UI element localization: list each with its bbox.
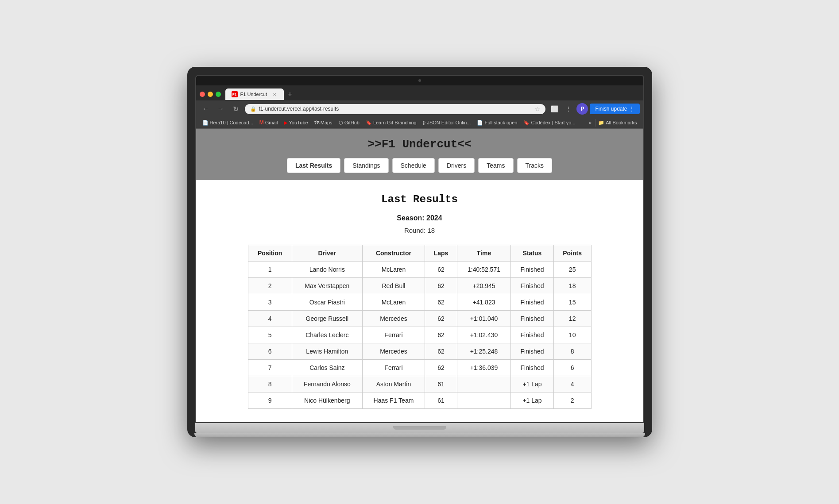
cell-laps: 62 <box>425 294 457 311</box>
nav-tab-schedule[interactable]: Schedule <box>392 158 435 173</box>
cell-position: 3 <box>248 294 292 311</box>
cell-points: 4 <box>553 376 591 392</box>
new-tab-button[interactable]: + <box>284 88 296 100</box>
cell-position: 7 <box>248 360 292 376</box>
website-content: >>F1 Undercut<< Last Results Standings S… <box>196 129 643 422</box>
nav-tab-drivers[interactable]: Drivers <box>438 158 475 173</box>
cell-status: Finished <box>511 360 554 376</box>
col-header-time: Time <box>457 245 510 262</box>
tab-title: F1 Undercut <box>240 92 267 97</box>
bookmark-jsoneditor[interactable]: {} JSON Editor Onlin... <box>420 119 474 126</box>
cell-laps: 62 <box>425 327 457 343</box>
cell-position: 1 <box>248 262 292 278</box>
cell-constructor: Red Bull <box>362 278 425 294</box>
site-title: >>F1 Undercut<< <box>196 138 643 151</box>
cell-position: 9 <box>248 392 292 409</box>
nav-tab-tracks[interactable]: Tracks <box>517 158 552 173</box>
nav-tab-teams[interactable]: Teams <box>478 158 513 173</box>
laptop-base <box>195 423 644 433</box>
cell-laps: 62 <box>425 311 457 327</box>
bookmark-fullstack-label: Full stack open <box>484 120 517 125</box>
cell-driver: George Russell <box>292 311 362 327</box>
cell-points: 12 <box>553 311 591 327</box>
youtube-icon: ▶ <box>284 120 287 126</box>
table-row: 5Charles LeclercFerrari62+1:02.430Finish… <box>248 327 591 343</box>
cell-time: +41.823 <box>457 294 510 311</box>
col-header-points: Points <box>553 245 591 262</box>
bookmark-gmail[interactable]: M Gmail <box>257 119 281 127</box>
bookmarks-more-button[interactable]: » <box>586 119 594 126</box>
extensions-button[interactable]: ⬜ <box>548 103 561 115</box>
cell-constructor: Mercedes <box>362 311 425 327</box>
maximize-window-button[interactable] <box>216 92 221 97</box>
learngit-icon: 🔖 <box>366 120 372 126</box>
folder-icon: 📁 <box>598 120 604 126</box>
reload-button[interactable]: ↻ <box>230 103 242 115</box>
table-row: 3Oscar PiastriMcLaren62+41.823Finished15 <box>248 294 591 311</box>
cell-time <box>457 392 510 409</box>
camera-bar <box>196 76 643 85</box>
back-button[interactable]: ← <box>200 103 212 115</box>
laptop-bottom <box>194 433 645 437</box>
cell-constructor: Mercedes <box>362 343 425 360</box>
close-window-button[interactable] <box>200 92 205 97</box>
cell-driver: Nico Hülkenberg <box>292 392 362 409</box>
bookmark-youtube[interactable]: ▶ YouTube <box>281 119 310 127</box>
tab-close-button[interactable]: ✕ <box>271 91 278 97</box>
laptop-notch <box>393 426 446 430</box>
col-header-driver: Driver <box>292 245 362 262</box>
cell-status: +1 Lap <box>511 392 554 409</box>
browser-chrome: F1 F1 Undercut ✕ + ← → ↻ 🔒 f1-undercut.v… <box>196 85 643 129</box>
cell-laps: 61 <box>425 376 457 392</box>
bookmark-learngit[interactable]: 🔖 Learn Git Branching <box>363 119 419 127</box>
cell-laps: 62 <box>425 343 457 360</box>
bookmark-maps[interactable]: 🗺 Maps <box>312 119 335 126</box>
cell-status: Finished <box>511 262 554 278</box>
nav-tab-last-results[interactable]: Last Results <box>287 158 340 173</box>
profile-button[interactable]: P <box>576 103 588 115</box>
bookmark-hera10[interactable]: 📄 Hera10 | Codecad... <box>200 119 256 127</box>
bookmark-fullstack[interactable]: 📄 Full stack open <box>474 119 520 127</box>
minimize-window-button[interactable] <box>208 92 213 97</box>
hera10-icon: 📄 <box>202 120 209 126</box>
url-text: f1-undercut.vercel.app/last-results <box>259 106 533 112</box>
all-bookmarks-button[interactable]: 📁 All Bookmarks <box>595 119 639 127</box>
cell-status: +1 Lap <box>511 376 554 392</box>
cell-status: Finished <box>511 278 554 294</box>
active-tab[interactable]: F1 F1 Undercut ✕ <box>225 88 284 100</box>
maps-icon: 🗺 <box>314 120 319 125</box>
security-icon: 🔒 <box>250 106 256 112</box>
bookmark-github-label: GitHub <box>344 120 360 125</box>
browser-menu-button[interactable]: ⋮ <box>562 103 575 115</box>
bookmark-gmail-label: Gmail <box>265 120 278 125</box>
cell-constructor: McLaren <box>362 262 425 278</box>
address-bar[interactable]: 🔒 f1-undercut.vercel.app/last-results ☆ <box>245 104 546 114</box>
table-row: 1Lando NorrisMcLaren621:40:52.571Finishe… <box>248 262 591 278</box>
cell-constructor: Haas F1 Team <box>362 392 425 409</box>
table-row: 7Carlos SainzFerrari62+1:36.039Finished6 <box>248 360 591 376</box>
cell-points: 6 <box>553 360 591 376</box>
cell-position: 6 <box>248 343 292 360</box>
nav-tab-standings[interactable]: Standings <box>344 158 388 173</box>
bookmark-star-icon[interactable]: ☆ <box>535 106 540 112</box>
tab-bar: F1 F1 Undercut ✕ + <box>196 85 643 100</box>
nav-bar: ← → ↻ 🔒 f1-undercut.vercel.app/last-resu… <box>196 100 643 117</box>
col-header-laps: Laps <box>425 245 457 262</box>
cell-time: +1:02.430 <box>457 327 510 343</box>
cell-driver: Oscar Piastri <box>292 294 362 311</box>
cell-driver: Lando Norris <box>292 262 362 278</box>
nav-actions: ⬜ ⋮ P Finish update ⋮ <box>548 103 639 115</box>
round-label: Round: 18 <box>205 227 634 234</box>
season-label: Season: 2024 <box>205 214 634 222</box>
cell-time: +1:36.039 <box>457 360 510 376</box>
bookmark-codedex-label: Codédex | Start yo... <box>531 120 575 125</box>
results-table: Position Driver Constructor Laps Time St… <box>248 245 592 409</box>
jsoneditor-icon: {} <box>423 120 426 125</box>
finish-update-button[interactable]: Finish update ⋮ <box>590 104 639 114</box>
page-title: Last Results <box>205 193 634 205</box>
cell-points: 25 <box>553 262 591 278</box>
bookmarks-bar: 📄 Hera10 | Codecad... M Gmail ▶ YouTube … <box>196 117 643 128</box>
bookmark-codedex[interactable]: 🔖 Codédex | Start yo... <box>521 119 578 127</box>
bookmark-github[interactable]: ⬡ GitHub <box>336 119 362 127</box>
forward-button[interactable]: → <box>215 103 227 115</box>
